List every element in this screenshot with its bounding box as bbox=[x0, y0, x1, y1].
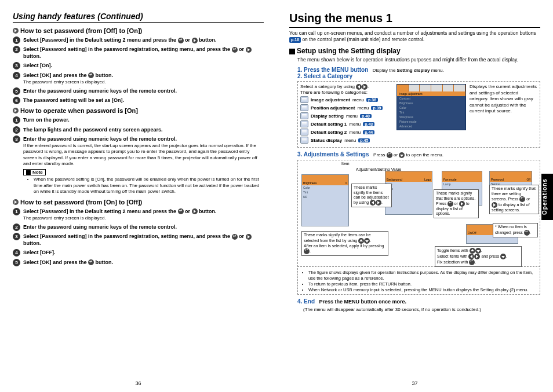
page-37: Using the menus 1 You can call up on-scr… bbox=[276, 0, 553, 392]
enter-icon bbox=[232, 234, 238, 240]
arrow-icon bbox=[13, 108, 19, 113]
left-section-title: Using handy features (Continued) bbox=[13, 12, 264, 23]
step-text: button. bbox=[23, 240, 41, 246]
enter-icon bbox=[387, 152, 392, 158]
right-icon bbox=[362, 84, 368, 90]
step-text: or bbox=[238, 46, 246, 52]
intro-text: You can call up on-screen menus, and con… bbox=[289, 30, 540, 43]
step1-head: 1. Press the MENU button bbox=[297, 67, 368, 73]
step-text: button. bbox=[94, 259, 113, 265]
step-detail: The password entry screen is displayed. bbox=[23, 215, 264, 221]
setup-heading: Setup using the Setting display bbox=[289, 47, 540, 55]
step-text: Enter the password using numeric keys of… bbox=[23, 224, 177, 230]
callout-adjust: These marks signify the items can be adj… bbox=[351, 184, 392, 207]
setup-body: The menu shown below is for operation in… bbox=[289, 57, 540, 63]
step4-head: 4. End bbox=[297, 298, 315, 305]
page-number: 36 bbox=[0, 380, 276, 386]
left-icon bbox=[370, 200, 376, 206]
arrow-icon bbox=[13, 199, 19, 205]
category-item: Display setting menu p.40 bbox=[300, 112, 393, 119]
right-icon bbox=[192, 38, 198, 43]
callout-none: * When no item is changed, press . bbox=[493, 223, 538, 237]
step-text: Select [Password] in the Default setting… bbox=[23, 208, 178, 214]
osd-preview: Image adjustment ContrastBrightnessColor… bbox=[396, 84, 466, 130]
right-icon bbox=[459, 201, 465, 207]
callout-toggle: Toggle items with .Select items with and… bbox=[435, 246, 522, 267]
right-icon bbox=[246, 234, 252, 240]
osd-row: Picture mode bbox=[397, 119, 465, 124]
step-text: Enter the password using numeric keys of… bbox=[23, 136, 177, 142]
category-icon bbox=[300, 120, 308, 127]
label-item: Item bbox=[341, 162, 350, 166]
step-detail: If the entered password is correct, the … bbox=[23, 143, 264, 167]
heading-on-to-off: How to set password (from [On] to [Off]) bbox=[13, 199, 264, 206]
category-item: Image adjustment menu p.38 bbox=[300, 96, 393, 103]
page-ref-icon: p.44 bbox=[363, 130, 374, 134]
enter-icon bbox=[304, 248, 310, 254]
cat-description: Displays the current adjustments and set… bbox=[470, 84, 537, 145]
step-detail: The password entry screen is displayed. bbox=[23, 79, 264, 85]
page-title: Using the menus 1 bbox=[289, 12, 540, 25]
figure-note: The figure shows displays given for oper… bbox=[308, 270, 536, 281]
step-text: or bbox=[184, 208, 192, 214]
step-text: Select [On]. bbox=[23, 63, 52, 68]
up-icon bbox=[470, 248, 475, 254]
page-number: 37 bbox=[276, 380, 553, 386]
steps-off-to-on: 1Select [Password] in the Default settin… bbox=[13, 36, 264, 104]
enter-icon bbox=[88, 72, 94, 78]
right-icon bbox=[474, 254, 480, 259]
enter-icon bbox=[178, 38, 184, 43]
callout-screens: These marks signify that there are setti… bbox=[489, 185, 539, 214]
cat-intro: There are following 6 categories: bbox=[300, 90, 393, 95]
right-icon bbox=[192, 208, 198, 214]
enter-icon bbox=[448, 201, 453, 207]
enter-icon bbox=[232, 47, 238, 53]
enter-icon bbox=[519, 196, 525, 202]
category-icon bbox=[300, 129, 308, 135]
down-icon bbox=[500, 254, 506, 259]
step-text: Turn on the power. bbox=[23, 117, 70, 123]
heading-off-to-on: How to set password (from [Off] to [On]) bbox=[13, 27, 264, 34]
osd-row: Color bbox=[397, 105, 465, 110]
osd-row: Advanced bbox=[397, 124, 465, 129]
arrow-icon bbox=[13, 28, 19, 34]
step4-desc: (The menu will disappear automatically a… bbox=[297, 307, 540, 312]
category-icon bbox=[300, 104, 308, 111]
right-icon bbox=[376, 200, 381, 206]
category-icon bbox=[300, 137, 308, 144]
page-ref-icon: p.43 bbox=[363, 122, 374, 126]
down-icon bbox=[364, 238, 370, 244]
step4-title: Press the MENU button once more. bbox=[319, 299, 407, 305]
category-icon bbox=[300, 96, 308, 103]
down-icon bbox=[475, 248, 481, 254]
step-text: button. bbox=[94, 72, 113, 78]
step-text: Select [Password setting] in the passwor… bbox=[23, 233, 232, 239]
side-tab-operations: Operations bbox=[541, 174, 553, 220]
page-ref-icon: p.45 bbox=[358, 138, 370, 142]
step-text: Enter the password using numeric keys of… bbox=[23, 88, 177, 94]
callout-select: These marks signify the items can be sel… bbox=[301, 231, 388, 256]
square-icon bbox=[289, 49, 295, 54]
mini-osd-2: BackgroundLogoIconLogo bbox=[385, 171, 432, 215]
steps-operate-on: 1Turn on the power. 2The lamp lights and… bbox=[13, 116, 264, 167]
osd-row: Contrast bbox=[397, 96, 465, 101]
step-text: The password setting will be set as [On]… bbox=[23, 97, 124, 103]
enter-icon bbox=[469, 259, 475, 265]
step2-head: 2. Select a Category bbox=[297, 73, 540, 79]
step-text: Select [Password setting] in the passwor… bbox=[23, 46, 232, 52]
heading-text: How to set password (from [On] to [Off]) bbox=[20, 199, 142, 206]
step-text: button. bbox=[23, 53, 41, 59]
step-text: or bbox=[238, 233, 246, 239]
heading-text: How to set password (from [Off] to [On]) bbox=[20, 27, 142, 34]
page-36: Using handy features (Continued) How to … bbox=[0, 0, 276, 392]
category-item: Default setting 2 menu p.44 bbox=[300, 129, 393, 135]
page-ref-icon: p.16 bbox=[289, 37, 301, 42]
page-ref-icon: p.39 bbox=[371, 106, 383, 110]
step-text: Select [OK] and press the bbox=[23, 259, 88, 265]
note-box: Note When the password setting is [On], … bbox=[23, 169, 264, 195]
step3-head: 3. Adjustments & Settings bbox=[297, 151, 369, 157]
down-icon bbox=[399, 152, 405, 158]
heading-operate-on: How to operate when password is [On] bbox=[13, 107, 264, 114]
step-text: Select [OFF]. bbox=[23, 250, 56, 255]
steps-on-to-off: 1Select [Password] in the Default settin… bbox=[13, 208, 264, 266]
